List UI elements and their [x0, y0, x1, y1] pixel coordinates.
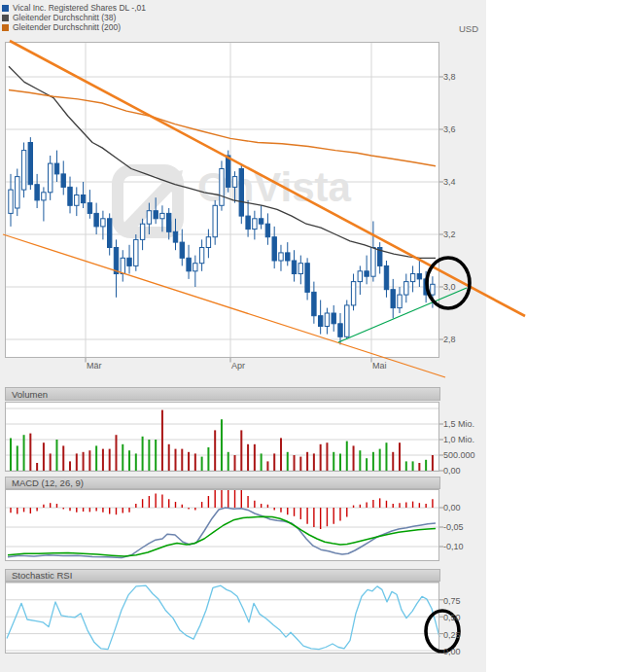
legend-label-price: Vical Inc. Registered Shares DL -,01 — [13, 3, 146, 13]
macd-panel-header: MACD (12, 26, 9) — [5, 477, 440, 489]
currency-axis-label: USD — [459, 23, 478, 34]
chart-application-window: Vical Inc. Registered Shares DL -,01 Gle… — [0, 0, 631, 672]
stochastic-rsi-panel-header: Stochastic RSI — [5, 569, 440, 582]
legend-item-ma38: Gleitender Durchschnitt (38) — [2, 13, 146, 22]
legend-label-ma200: Gleitender Durchschnitt (200) — [13, 22, 121, 32]
legend-label-ma38: Gleitender Durchschnitt (38) — [13, 13, 116, 22]
legend-swatch-price-icon — [2, 5, 9, 12]
legend-item-ma200: Gleitender Durchschnitt (200) — [2, 22, 146, 32]
volume-panel-header: Volumen — [5, 387, 440, 401]
legend-swatch-ma200-icon — [2, 24, 9, 31]
legend-item-price: Vical Inc. Registered Shares DL -,01 — [2, 3, 146, 13]
chart-legend: Vical Inc. Registered Shares DL -,01 Gle… — [2, 3, 146, 32]
legend-swatch-ma38-icon — [2, 15, 9, 21]
